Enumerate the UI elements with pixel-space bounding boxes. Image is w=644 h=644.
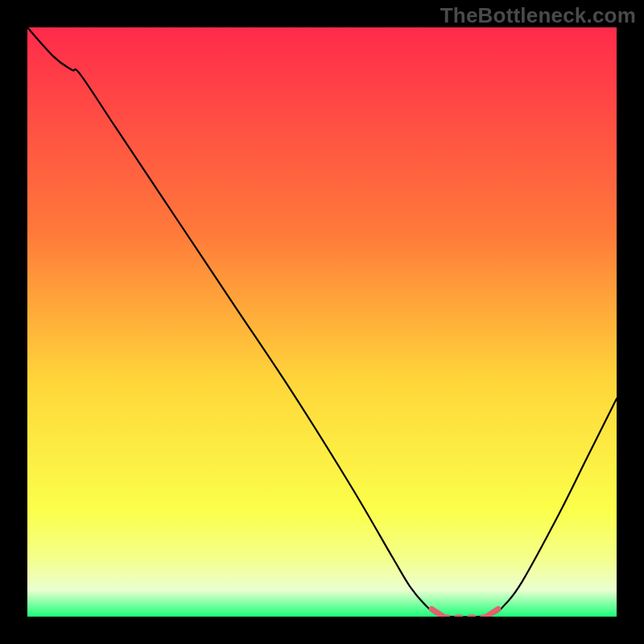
gradient-background: [27, 27, 617, 617]
plot-area: [27, 27, 617, 617]
watermark-text: TheBottleneck.com: [440, 3, 636, 28]
chart-frame: TheBottleneck.com: [0, 0, 644, 644]
chart-svg: [27, 27, 617, 617]
